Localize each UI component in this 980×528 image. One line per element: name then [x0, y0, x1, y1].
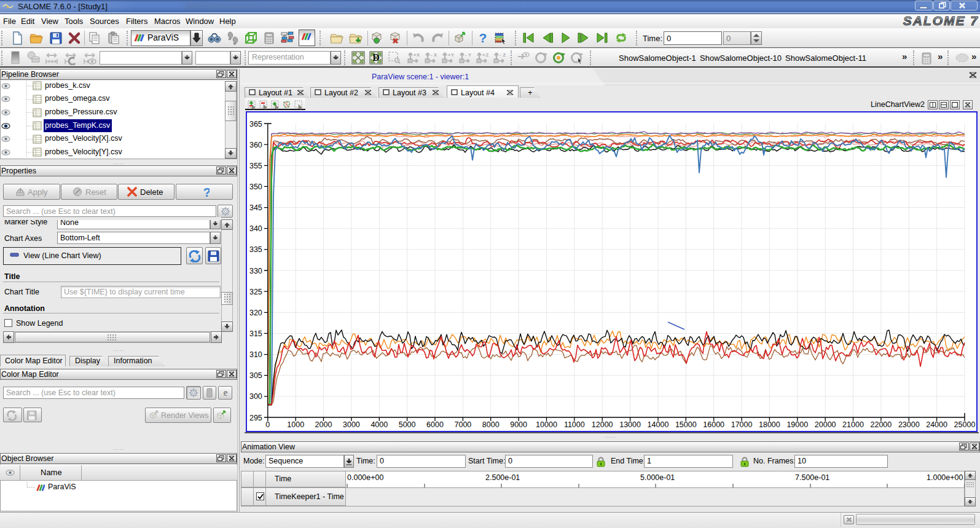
svg-text:20000: 20000 — [815, 420, 836, 429]
svg-text:11000: 11000 — [564, 420, 585, 429]
svg-text:17000: 17000 — [731, 420, 753, 429]
svg-text:15000: 15000 — [675, 420, 697, 429]
svg-text:19000: 19000 — [786, 420, 808, 429]
svg-text:355: 355 — [249, 162, 262, 170]
svg-text:330: 330 — [249, 267, 262, 275]
svg-text:305: 305 — [249, 371, 262, 380]
svg-text:SALOME 7: SALOME 7 — [903, 14, 979, 28]
svg-text:4000: 4000 — [370, 420, 388, 429]
svg-text:0: 0 — [265, 420, 270, 429]
svg-text:350: 350 — [249, 183, 262, 191]
svg-text:6000: 6000 — [426, 420, 444, 429]
svg-text:23000: 23000 — [898, 420, 920, 429]
svg-text:5000: 5000 — [399, 420, 416, 429]
svg-text:345: 345 — [249, 203, 262, 212]
svg-text:9000: 9000 — [510, 420, 527, 429]
svg-text:1000: 1000 — [287, 420, 304, 429]
svg-text:360: 360 — [249, 141, 262, 149]
svg-text:325: 325 — [249, 288, 262, 296]
svg-text:21000: 21000 — [842, 420, 864, 429]
svg-text:13000: 13000 — [619, 420, 641, 429]
svg-text:D: D — [372, 52, 380, 63]
svg-text:18000: 18000 — [759, 420, 780, 429]
svg-text:2000: 2000 — [315, 420, 332, 429]
svg-text:14000: 14000 — [648, 420, 669, 429]
svg-text:295: 295 — [249, 414, 262, 422]
svg-text:335: 335 — [249, 245, 262, 254]
svg-text:22000: 22000 — [871, 420, 892, 429]
svg-text:-Y: -Y — [465, 52, 471, 58]
svg-text:-Z: -Z — [500, 52, 506, 58]
svg-text:315: 315 — [249, 329, 262, 338]
svg-text:12000: 12000 — [592, 420, 613, 429]
svg-text:?: ? — [203, 185, 210, 197]
svg-text:320: 320 — [249, 309, 262, 317]
svg-text:10000: 10000 — [536, 420, 557, 429]
svg-text:300: 300 — [249, 392, 262, 401]
svg-text:+Y: +Y — [448, 52, 454, 58]
svg-text:340: 340 — [249, 224, 262, 233]
svg-text:310: 310 — [249, 350, 262, 359]
svg-text:365: 365 — [249, 120, 262, 128]
svg-text:e: e — [223, 387, 227, 398]
svg-text:-X: -X — [431, 52, 437, 58]
svg-text:24000: 24000 — [926, 420, 947, 429]
svg-text:16000: 16000 — [703, 420, 724, 429]
svg-text:+X: +X — [414, 52, 420, 58]
svg-text:?: ? — [479, 31, 487, 45]
svg-text:7000: 7000 — [454, 420, 471, 429]
svg-text:3000: 3000 — [343, 420, 360, 429]
svg-text:8000: 8000 — [482, 420, 500, 429]
svg-text:+Z: +Z — [482, 52, 488, 58]
svg-text:25000: 25000 — [954, 420, 976, 429]
